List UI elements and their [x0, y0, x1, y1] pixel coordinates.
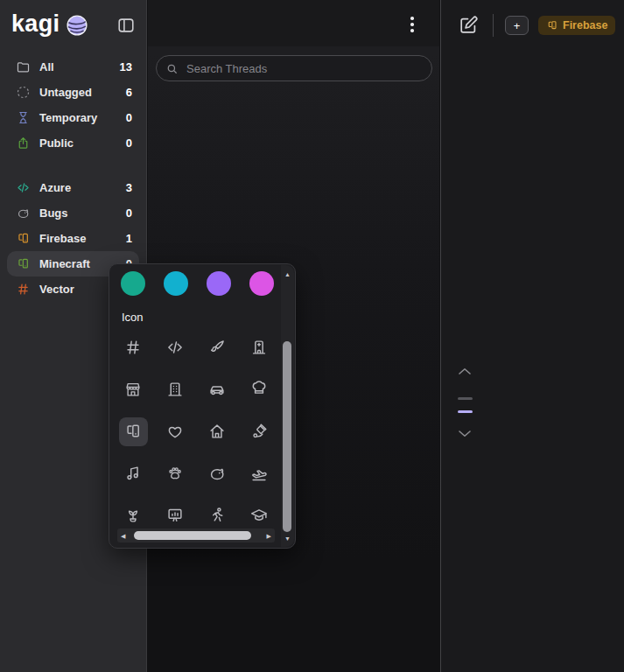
sidebar-item-temporary[interactable]: Temporary 0 [7, 105, 139, 130]
active-tag-badge[interactable]: Firebase [538, 16, 615, 35]
color-swatch-cyan[interactable] [164, 271, 188, 296]
hospital-icon [245, 333, 274, 362]
icon-option-hash[interactable] [112, 326, 154, 368]
icon-option-telescope[interactable] [238, 410, 280, 452]
scroll-right-arrow[interactable]: ▶ [267, 533, 271, 539]
pig-icon [16, 206, 31, 220]
icon-option-car[interactable] [196, 368, 238, 410]
plant-icon [119, 501, 148, 530]
popup-horizontal-scrollbar: ◀ ▶ [117, 528, 275, 542]
sidebar-item-count: 0 [126, 136, 132, 150]
kagi-assistant-window: kagi All 13 [0, 0, 624, 672]
icon-option-hospital[interactable] [238, 326, 280, 368]
code-icon [16, 180, 31, 195]
sidebar-item-count: 0 [126, 206, 132, 220]
presentation-chart-icon [161, 501, 190, 530]
home-icon [203, 417, 232, 446]
sidebar-item-bugs[interactable]: Bugs 0 [7, 200, 139, 226]
header-divider [493, 14, 494, 37]
sidebar-item-count: 6 [126, 86, 132, 99]
icon-option-paw-print[interactable] [154, 452, 196, 494]
graduation-cap-icon [245, 501, 274, 530]
kebab-menu-icon[interactable] [404, 15, 420, 34]
sidebar-item-label: Untagged [39, 86, 92, 99]
color-swatch-purple[interactable] [207, 271, 231, 296]
sidebar-item-firebase[interactable]: Firebase 1 [7, 226, 139, 251]
car-icon [203, 375, 232, 404]
scroll-down-arrow[interactable]: ▼ [281, 532, 294, 544]
sidebar-item-count: 1 [126, 232, 132, 245]
sidebar-toggle-icon[interactable] [116, 16, 136, 35]
scroll-left-arrow[interactable]: ◀ [121, 533, 125, 539]
devices-icon [16, 231, 31, 246]
search-threads-input[interactable] [185, 61, 423, 76]
vertical-scroll-thumb[interactable] [283, 341, 291, 532]
icon-option-home[interactable] [196, 410, 238, 452]
devices-icon [16, 256, 31, 271]
color-swatch-magenta[interactable] [249, 271, 274, 296]
color-swatches [109, 264, 295, 296]
compose-icon[interactable] [458, 15, 479, 36]
sidebar-item-count: 13 [120, 60, 132, 74]
hash-icon [119, 333, 148, 362]
icon-option-devices-selected[interactable] [112, 410, 154, 452]
icon-option-code[interactable] [154, 326, 196, 368]
kagi-logo: kagi [11, 12, 60, 36]
sidebar-item-label: All [39, 60, 54, 74]
search-icon [165, 62, 179, 75]
code-icon [161, 333, 190, 362]
sidebar-item-label: Vector [39, 283, 74, 296]
office-building-icon [161, 375, 190, 404]
sidebar-item-label: Temporary [39, 111, 97, 124]
share-icon [16, 136, 31, 150]
search-threads-box [156, 55, 432, 81]
popup-vertical-scrollbar: ▲ ▼ [281, 265, 294, 547]
horizontal-scroll-track[interactable] [129, 531, 263, 540]
hourglass-icon [16, 110, 31, 125]
sidebar-item-count: 3 [126, 181, 132, 194]
sidebar-item-label: Firebase [39, 232, 86, 245]
heart-icon [161, 417, 190, 446]
hash-icon [16, 282, 31, 297]
chat-header: + Firebase [441, 0, 624, 38]
dashed-circle-icon [16, 85, 31, 100]
plane-landing-icon [245, 459, 274, 488]
folder-icon [16, 60, 31, 74]
icon-option-storefront[interactable] [112, 368, 154, 410]
paintbrush-icon [203, 333, 232, 362]
sidebar-item-count: 0 [126, 111, 132, 124]
telescope-icon [245, 417, 274, 446]
active-tag-label: Firebase [563, 19, 607, 32]
sidebar-item-azure[interactable]: Azure 3 [7, 175, 139, 200]
logo-row: kagi [0, 0, 146, 46]
globe-icon[interactable] [66, 14, 88, 37]
icon-option-heart[interactable] [154, 410, 196, 452]
sidebar-item-all[interactable]: All 13 [7, 54, 139, 80]
icon-option-paintbrush[interactable] [196, 326, 238, 368]
add-tag-button[interactable]: + [505, 16, 529, 35]
icon-grid [112, 326, 280, 536]
sidebar-item-label: Minecraft [39, 257, 90, 270]
color-swatch-teal[interactable] [121, 271, 145, 296]
sidebar-item-untagged[interactable]: Untagged 6 [7, 80, 139, 105]
icon-option-piggy-bank[interactable] [196, 452, 238, 494]
scroll-up-arrow[interactable]: ▲ [281, 268, 294, 280]
chevron-down-icon[interactable] [457, 429, 473, 439]
icon-option-music-notes[interactable] [112, 452, 154, 494]
icon-option-plane-landing[interactable] [238, 452, 280, 494]
devices-icon [119, 417, 148, 446]
icon-option-chef-hat[interactable] [238, 368, 280, 410]
threads-header [148, 0, 439, 46]
sidebar-item-label: Azure [39, 181, 71, 194]
sidebar-item-label: Public [39, 136, 74, 150]
icon-option-office-building[interactable] [154, 368, 196, 410]
chevron-up-icon[interactable] [457, 366, 473, 376]
devices-icon [546, 19, 558, 32]
horizontal-scroll-thumb[interactable] [134, 531, 250, 540]
scroll-indicators [455, 366, 474, 439]
chef-hat-icon [245, 375, 274, 404]
music-notes-icon [119, 459, 148, 488]
sidebar-item-public[interactable]: Public 0 [7, 130, 139, 156]
storefront-icon [119, 375, 148, 404]
person-running-icon [203, 501, 232, 530]
